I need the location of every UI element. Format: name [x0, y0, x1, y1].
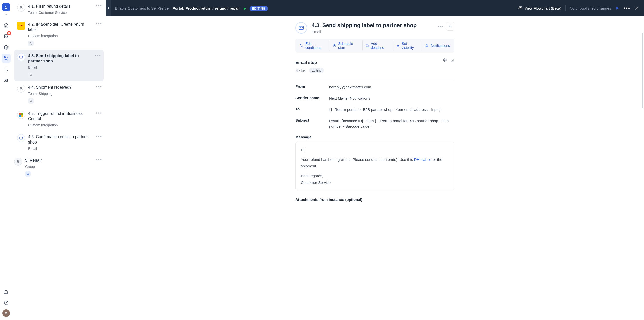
step-item-4-3-selected[interactable]: 4.3. Send shipping label to partner shop…: [14, 50, 104, 81]
svg-rect-22: [21, 115, 23, 117]
edit-conditions-button[interactable]: Edit conditions: [297, 41, 330, 51]
svg-rect-19: [19, 113, 21, 115]
notifications-button[interactable]: Notifications: [422, 43, 453, 49]
more-icon[interactable]: •••: [624, 5, 630, 11]
dhl-label-link[interactable]: DHL label: [414, 157, 431, 162]
step-detail-title: 4.3. Send shipping label to partner shop: [312, 22, 417, 29]
step-item-4-2[interactable]: DHL 4.2. [Placeholder] Create return lab…: [12, 18, 106, 50]
step-group-5[interactable]: 5. Repair Group •••: [12, 154, 106, 180]
step-subtitle: Custom integration: [28, 34, 94, 38]
breadcrumb-root[interactable]: Enable Customers to Self-Serve: [115, 6, 169, 10]
attachments-label: Attachments from instance (optional): [295, 197, 454, 202]
svg-point-11: [30, 42, 31, 43]
svg-point-47: [444, 60, 445, 61]
subject-value[interactable]: Return {Instance ID} - Item {1. Return p…: [329, 118, 454, 129]
topbar: Enable Customers to Self-Serve Portal: P…: [106, 0, 644, 16]
conditions-chip[interactable]: [28, 72, 34, 78]
email-icon: [17, 53, 25, 61]
nav-inbox[interactable]: 8: [2, 32, 11, 41]
set-visibility-button[interactable]: Set visibility: [393, 41, 422, 51]
app-logo[interactable]: 1: [2, 3, 10, 11]
nav-people[interactable]: [2, 76, 11, 85]
step-detail-panel: 4.3. Send shipping label to partner shop…: [294, 22, 455, 202]
sender-name-value[interactable]: Next Matter Notifications: [329, 96, 370, 101]
step-item-4-6[interactable]: 4.6. Confirmation email to partner shop …: [12, 131, 106, 154]
message-body[interactable]: Hi, Your refund has been granted. Please…: [295, 142, 454, 191]
step-more-icon[interactable]: •••: [96, 85, 102, 89]
editing-badge: EDITING: [250, 6, 268, 11]
nav-notifications[interactable]: [2, 287, 11, 296]
nav-home[interactable]: [2, 21, 11, 30]
step-more-icon[interactable]: •••: [96, 111, 102, 115]
nav-reports[interactable]: [2, 65, 11, 74]
svg-point-16: [20, 87, 22, 89]
step-item-4-5[interactable]: 4.5. Trigger refund in Business Central …: [12, 107, 106, 131]
svg-rect-28: [519, 7, 522, 7]
add-deadline-button[interactable]: Add deadline: [363, 41, 393, 51]
svg-point-1: [4, 57, 5, 58]
status-dot-icon: [244, 8, 246, 10]
user-icon: [17, 4, 25, 12]
step-detail-type: Email: [312, 30, 417, 34]
step-more-icon[interactable]: •••: [95, 53, 101, 58]
step-item-4-4[interactable]: 4.4. Shipment received? Team: Shipping •…: [12, 81, 106, 107]
email-icon: [295, 22, 307, 34]
breadcrumb: Enable Customers to Self-Serve Portal: P…: [115, 6, 268, 10]
step-more-icon[interactable]: •••: [96, 22, 102, 26]
gear-icon[interactable]: [443, 58, 447, 62]
nav-help[interactable]: [2, 298, 11, 307]
breadcrumb-current: Portal: Product return / refund / repair: [172, 6, 240, 10]
nav-rail: 1 8 M: [0, 0, 12, 320]
publish-status: No unpublished changes: [570, 6, 611, 10]
preview-icon[interactable]: [450, 58, 454, 62]
step-title: 4.6. Confirmation email to partner shop: [28, 134, 94, 145]
step-title: 4.1. Fill in refund details: [28, 4, 94, 9]
svg-point-14: [30, 74, 31, 75]
svg-point-15: [31, 75, 32, 76]
svg-marker-24: [17, 160, 20, 162]
step-title: 4.3. Send shipping label to partner shop: [28, 53, 94, 64]
svg-rect-46: [397, 45, 399, 47]
section-title: Email step: [295, 60, 454, 65]
svg-point-10: [20, 6, 22, 8]
svg-rect-42: [366, 45, 368, 47]
scrollbar[interactable]: [642, 33, 643, 108]
step-subtitle: Email: [28, 147, 94, 151]
status-value: Editing: [309, 68, 324, 73]
more-icon[interactable]: •••: [438, 24, 443, 29]
from-label: From: [295, 84, 323, 90]
view-flowchart-button[interactable]: View Flowchart (Beta): [518, 6, 561, 10]
action-bar: Edit conditions Schedule start Add deadl…: [295, 39, 454, 53]
svg-rect-30: [519, 8, 520, 9]
step-subtitle: Group: [25, 165, 94, 169]
step-more-icon[interactable]: •••: [96, 4, 102, 8]
step-more-icon[interactable]: •••: [96, 158, 102, 162]
svg-point-12: [31, 44, 32, 45]
conditions-chip[interactable]: [28, 98, 34, 104]
step-more-icon[interactable]: •••: [96, 134, 102, 139]
conditions-chip[interactable]: [25, 171, 31, 177]
conditions-chip[interactable]: [28, 41, 34, 46]
user-avatar[interactable]: M: [2, 309, 10, 317]
close-icon[interactable]: [634, 6, 639, 10]
chevron-down-icon[interactable]: [4, 13, 8, 16]
from-value[interactable]: noreply@nextmatter.com: [329, 84, 371, 90]
pin-icon[interactable]: [446, 22, 454, 31]
nav-workflows[interactable]: [2, 54, 11, 63]
svg-point-25: [27, 173, 28, 173]
step-title: 4.5. Trigger refund in Business Central: [28, 111, 94, 122]
step-title: 4.4. Shipment received?: [28, 85, 94, 90]
step-item-4-1[interactable]: 4.1. Fill in refund details Team: Custom…: [12, 0, 106, 18]
svg-point-7: [7, 79, 8, 80]
step-title: 4.2. [Placeholder] Create return label: [28, 22, 94, 32]
to-value[interactable]: {1. Return portal for B2B partner shop -…: [329, 107, 441, 113]
group-icon: [14, 158, 22, 166]
play-icon[interactable]: [615, 6, 620, 10]
nav-layers[interactable]: [2, 43, 11, 52]
schedule-start-button[interactable]: Schedule start: [330, 41, 363, 51]
collapse-panel-button[interactable]: [106, 0, 111, 16]
message-label: Message: [295, 135, 454, 139]
step-subtitle: Email: [28, 65, 94, 69]
step-subtitle: Team: Shipping: [28, 92, 94, 96]
to-label: To: [295, 107, 323, 113]
